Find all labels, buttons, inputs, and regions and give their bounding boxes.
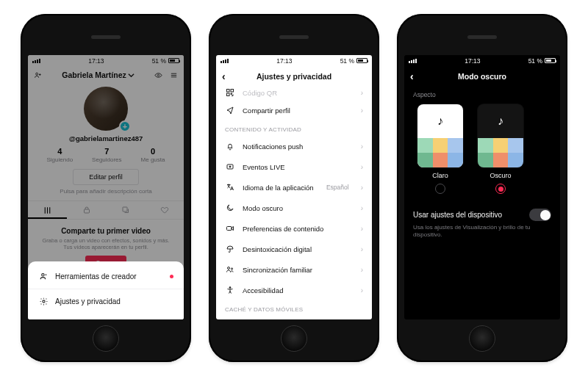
- row-detox-label: Desintoxicación digital: [243, 245, 312, 253]
- chevron-right-icon: ›: [361, 266, 363, 274]
- row-detox[interactable]: Desintoxicación digital ›: [216, 239, 372, 259]
- darkmode-title: Modo oscuro: [458, 72, 506, 81]
- row-live[interactable]: Eventos LIVE ›: [216, 156, 372, 177]
- svg-rect-11: [227, 227, 232, 231]
- settings-title: Ajustes y privacidad: [257, 72, 331, 81]
- aspect-label: Aspecto: [404, 87, 560, 104]
- screen-settings: 17:13 51 % ‹ Ajustes y privacidad Código…: [216, 55, 372, 319]
- status-time: 17:13: [276, 57, 292, 65]
- video-icon: [225, 224, 235, 233]
- home-button[interactable]: [469, 325, 495, 352]
- family-icon: [225, 265, 235, 274]
- row-share[interactable]: Compartir perfil ›: [216, 100, 372, 120]
- chevron-right-icon: ›: [361, 245, 363, 253]
- battery-icon: [356, 58, 368, 63]
- settings-header: ‹ Ajustes y privacidad: [216, 66, 372, 87]
- home-button[interactable]: [281, 325, 307, 352]
- status-bar: 17:13 51 %: [216, 55, 372, 66]
- phone-settings: 17:13 51 % ‹ Ajustes y privacidad Código…: [209, 14, 379, 362]
- option-light[interactable]: ♪ Claro: [417, 104, 463, 194]
- use-device-toggle[interactable]: [529, 209, 551, 221]
- row-pref-label: Preferencias de contenido: [243, 225, 323, 233]
- battery-icon: [545, 58, 556, 63]
- chevron-right-icon: ›: [361, 163, 363, 171]
- option-dark-label: Oscuro: [490, 172, 511, 179]
- row-darkmode[interactable]: Modo oscuro ›: [216, 198, 372, 218]
- radio-dark[interactable]: [495, 184, 506, 194]
- profile-content: 17:13 51 % Gabriela Martínez: [28, 55, 184, 275]
- status-battery-pct: 51 %: [528, 57, 542, 65]
- row-use-device[interactable]: Usar ajustes del dispositivo: [404, 200, 560, 223]
- option-light-label: Claro: [432, 172, 448, 179]
- svg-point-12: [228, 267, 230, 270]
- row-lang-value: Español: [326, 184, 349, 191]
- modal-scrim[interactable]: [28, 55, 184, 275]
- gear-icon: [38, 297, 49, 306]
- chevron-right-icon: ›: [361, 89, 363, 97]
- bottom-sheet: Herramientas de creador Ajustes y privac…: [28, 261, 184, 319]
- row-darkmode-label: Modo oscuro: [243, 204, 283, 212]
- chevron-right-icon: ›: [361, 204, 363, 212]
- share-icon: [225, 106, 235, 115]
- svg-rect-7: [231, 90, 234, 93]
- appearance-options: ♪ Claro ♪ Oscuro: [404, 104, 560, 200]
- row-a11y-label: Accesibilidad: [243, 286, 283, 294]
- preview-dark: ♪: [478, 104, 523, 167]
- language-icon: [225, 183, 235, 192]
- row-lang-label: Idioma de la aplicación: [243, 184, 314, 192]
- section-cache: CACHÉ Y DATOS MÓVILES: [216, 300, 372, 316]
- svg-point-5: [42, 300, 44, 303]
- svg-point-13: [231, 268, 232, 270]
- row-push-label: Notificaciones push: [243, 142, 303, 151]
- sheet-settings[interactable]: Ajustes y privacidad: [28, 289, 184, 314]
- phone-darkmode: 17:13 51 % ‹ Modo oscuro Aspecto ♪ Claro…: [397, 14, 567, 362]
- signal-icon: [220, 59, 229, 63]
- live-icon: [225, 162, 235, 171]
- option-dark[interactable]: ♪ Oscuro: [478, 104, 523, 194]
- row-pref[interactable]: Preferencias de contenido ›: [216, 218, 372, 239]
- row-live-label: Eventos LIVE: [243, 163, 285, 171]
- row-a11y[interactable]: Accesibilidad ›: [216, 280, 372, 300]
- svg-rect-8: [227, 93, 230, 96]
- row-push[interactable]: Notificaciones push ›: [216, 136, 372, 156]
- qr-icon: [225, 88, 235, 97]
- chevron-right-icon: ›: [361, 184, 363, 192]
- status-time: 17:13: [465, 57, 480, 65]
- screen-profile: 17:13 51 % Gabriela Martínez: [28, 55, 184, 319]
- svg-point-14: [229, 287, 231, 289]
- back-button[interactable]: ‹: [410, 70, 414, 82]
- svg-rect-6: [227, 90, 230, 93]
- moon-icon: [225, 203, 235, 212]
- chevron-right-icon: ›: [361, 286, 363, 294]
- section-content-activity: CONTENIDO Y ACTIVIDAD: [216, 120, 372, 136]
- row-qr-label: Código QR: [243, 89, 277, 97]
- screen-darkmode: 17:13 51 % ‹ Modo oscuro Aspecto ♪ Claro…: [404, 55, 560, 319]
- row-share-label: Compartir perfil: [243, 106, 290, 115]
- radio-light[interactable]: [435, 184, 445, 194]
- back-button[interactable]: ‹: [222, 70, 226, 82]
- creator-tools-icon: [38, 272, 49, 281]
- row-lang[interactable]: Idioma de la aplicación Español ›: [216, 177, 372, 198]
- status-bar: 17:13 51 %: [404, 55, 560, 66]
- status-battery-pct: 51 %: [340, 57, 354, 65]
- accessibility-icon: [225, 286, 235, 294]
- sheet-creator-tools[interactable]: Herramientas de creador: [28, 264, 184, 289]
- row-qr[interactable]: Código QR ›: [216, 87, 372, 100]
- preview-light: ♪: [417, 104, 463, 167]
- notification-dot: [170, 275, 173, 278]
- row-family[interactable]: Sincronización familiar ›: [216, 259, 372, 280]
- use-device-hint: Usa los ajustes de Visualización y brill…: [404, 223, 560, 239]
- use-device-label: Usar ajustes del dispositivo: [413, 211, 502, 219]
- sheet-creator-tools-label: Herramientas de creador: [55, 272, 137, 281]
- darkmode-header: ‹ Modo oscuro: [404, 66, 560, 87]
- chevron-right-icon: ›: [361, 225, 363, 233]
- home-button[interactable]: [93, 325, 119, 352]
- svg-point-4: [41, 274, 43, 276]
- umbrella-icon: [225, 245, 235, 253]
- row-family-label: Sincronización familiar: [243, 266, 312, 274]
- signal-icon: [409, 59, 417, 63]
- sheet-settings-label: Ajustes y privacidad: [55, 297, 121, 306]
- chevron-right-icon: ›: [361, 106, 363, 115]
- svg-point-10: [229, 166, 231, 167]
- tiktok-logo-icon: ♪: [437, 115, 443, 128]
